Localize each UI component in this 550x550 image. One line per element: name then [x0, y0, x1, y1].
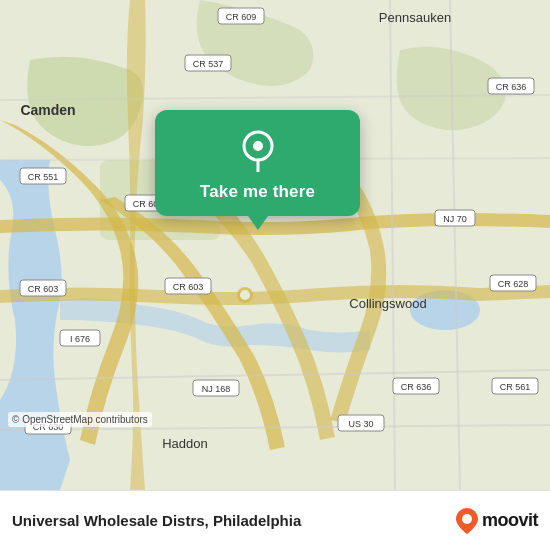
svg-point-49 [462, 514, 472, 524]
svg-text:CR 628: CR 628 [498, 279, 529, 289]
svg-text:NJ 70: NJ 70 [443, 214, 467, 224]
place-name: Universal Wholesale Distrs, Philadelphia [12, 512, 456, 529]
moovit-brand-text: moovit [482, 510, 538, 531]
svg-text:Pennsauken: Pennsauken [379, 10, 451, 25]
svg-text:CR 603: CR 603 [28, 284, 59, 294]
svg-text:I 676: I 676 [70, 334, 90, 344]
svg-text:CR 636: CR 636 [401, 382, 432, 392]
svg-text:Camden: Camden [20, 102, 75, 118]
svg-text:US 30: US 30 [348, 419, 373, 429]
svg-text:Haddon: Haddon [162, 436, 208, 451]
svg-text:CR 551: CR 551 [28, 172, 59, 182]
svg-text:CR 561: CR 561 [500, 382, 531, 392]
map-container: CR 609 CR 537 CR 551 CR 607 US 130 NJ 70… [0, 0, 550, 490]
moovit-logo: moovit [456, 508, 538, 534]
svg-text:NJ 168: NJ 168 [202, 384, 231, 394]
svg-text:CR 636: CR 636 [496, 82, 527, 92]
bottom-bar: Universal Wholesale Distrs, Philadelphia… [0, 490, 550, 550]
svg-text:CR 603: CR 603 [173, 282, 204, 292]
svg-text:CR 609: CR 609 [226, 12, 257, 22]
moovit-pin-icon [456, 508, 478, 534]
svg-text:Collingswood: Collingswood [349, 296, 426, 311]
attribution-text: © OpenStreetMap contributors [8, 412, 152, 427]
location-pin-icon [236, 128, 280, 172]
take-me-there-button[interactable]: Take me there [200, 182, 315, 202]
svg-text:CR 537: CR 537 [193, 59, 224, 69]
popup-card[interactable]: Take me there [155, 110, 360, 216]
svg-point-46 [240, 290, 250, 300]
svg-point-48 [253, 141, 263, 151]
